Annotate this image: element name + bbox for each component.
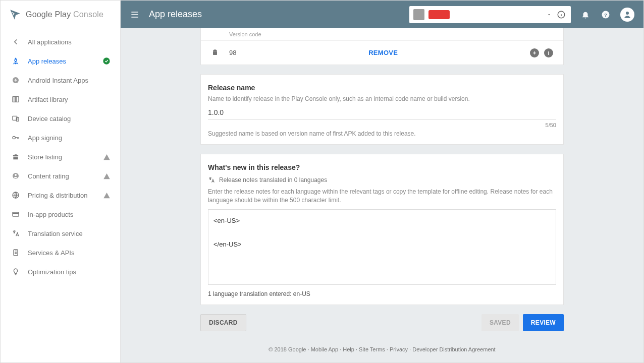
brand-name-2: Console <box>73 10 103 19</box>
credit-card-icon <box>11 209 21 219</box>
footer: © 2018 Google · Mobile App · Help · Site… <box>200 331 564 357</box>
sidebar-item-app-signing[interactable]: App signing <box>1 128 120 147</box>
apk-row: 98 REMOVE i <box>201 40 563 65</box>
key-icon <box>11 133 21 143</box>
svg-point-7 <box>15 174 17 176</box>
arrow-left-icon <box>11 37 21 47</box>
review-button[interactable]: REVIEW <box>523 314 564 331</box>
svg-point-0 <box>103 57 110 64</box>
sidebar: Google Play Console All applications App… <box>1 1 121 362</box>
footer-text: © 2018 Google · Mobile App · Help · Site… <box>269 346 495 352</box>
release-name-input[interactable] <box>208 103 556 120</box>
saved-button: SAVED <box>481 314 519 331</box>
whats-new-subtitle: Enter the release notes for each languag… <box>208 184 556 205</box>
discard-button[interactable]: DISCARD <box>200 314 246 331</box>
sidebar-item-all-applications[interactable]: All applications <box>1 32 120 51</box>
notifications-icon[interactable] <box>580 9 591 20</box>
page-title: App releases <box>149 9 202 20</box>
remove-apk-button[interactable]: REMOVE <box>368 49 398 56</box>
release-name-hint: Suggested name is based on version name … <box>208 128 556 137</box>
whats-new-card: What's new in this release? Release note… <box>200 154 564 306</box>
action-row: DISCARD SAVED REVIEW <box>200 314 564 331</box>
sidebar-item-instant-apps[interactable]: Android Instant Apps <box>1 71 120 90</box>
android-icon <box>211 49 220 57</box>
expand-icon[interactable] <box>530 48 539 57</box>
sidebar-item-label: Translation service <box>28 230 83 237</box>
sidebar-item-store-listing[interactable]: Store listing <box>1 147 120 166</box>
rating-icon <box>11 171 21 181</box>
sidebar-item-label: App signing <box>28 134 62 142</box>
release-name-card: Release name Name to identify release in… <box>200 74 564 145</box>
nav-list: All applications App releases Android In… <box>1 29 120 281</box>
app-icon-chip <box>413 9 424 20</box>
rocket-icon <box>11 56 21 66</box>
translated-count-line: Release notes translated in 0 languages <box>219 176 327 184</box>
version-code-header: Version code <box>229 31 261 37</box>
bolt-icon <box>11 75 21 85</box>
translate-icon <box>208 176 215 184</box>
sidebar-item-inapp-products[interactable]: In-app products <box>1 205 120 224</box>
release-name-title: Release name <box>208 77 556 95</box>
menu-icon[interactable] <box>130 10 140 20</box>
globe-icon <box>11 190 21 200</box>
app-name-redacted <box>428 10 450 19</box>
play-console-logo-icon <box>9 8 22 21</box>
translations-entered-line: 1 language translation entered: en-US <box>208 286 556 297</box>
svg-rect-15 <box>213 51 217 55</box>
svg-rect-9 <box>13 212 19 216</box>
sidebar-item-label: In-app products <box>28 211 73 218</box>
sidebar-item-device-catalog[interactable]: Device catalog <box>1 109 120 128</box>
account-icon[interactable] <box>620 8 634 22</box>
apk-card: Version code 98 REMOVE <box>200 28 564 65</box>
warning-icon <box>102 171 111 180</box>
sidebar-item-app-releases[interactable]: App releases <box>1 51 120 71</box>
library-icon <box>11 94 21 104</box>
topbar: App releases ? <box>121 1 643 28</box>
sidebar-item-label: Store listing <box>28 153 62 161</box>
svg-point-5 <box>13 136 15 139</box>
sidebar-item-translation-service[interactable]: Translation service <box>1 224 120 243</box>
svg-point-14 <box>626 12 629 15</box>
brand-name-1: Google Play <box>26 10 73 19</box>
sidebar-item-content-rating[interactable]: Content rating <box>1 166 120 186</box>
svg-text:?: ? <box>604 12 607 17</box>
sidebar-item-label: All applications <box>28 38 72 46</box>
chevron-down-icon <box>547 12 552 17</box>
whats-new-title: What's new in this release? <box>208 156 556 174</box>
sidebar-item-label: Artifact library <box>28 96 68 103</box>
info-icon[interactable]: i <box>544 48 553 57</box>
brand: Google Play Console <box>1 1 120 29</box>
sidebar-item-label: Device catalog <box>28 115 71 123</box>
sidebar-item-pricing-distribution[interactable]: Pricing & distribution <box>1 186 120 205</box>
devices-icon <box>11 113 21 124</box>
info-icon[interactable] <box>556 9 567 20</box>
sidebar-item-artifact-library[interactable]: Artifact library <box>1 90 120 109</box>
release-name-subtitle: Name to identify release in the Play Con… <box>208 95 556 103</box>
store-icon <box>11 152 21 162</box>
services-icon <box>11 248 21 258</box>
release-notes-textarea[interactable] <box>208 209 556 285</box>
bulb-icon <box>11 267 21 277</box>
sidebar-item-label: Optimization tips <box>28 268 76 276</box>
warning-icon <box>102 152 111 161</box>
app-selector[interactable] <box>409 6 571 23</box>
sidebar-item-label: App releases <box>28 57 66 65</box>
sidebar-item-services-apis[interactable]: Services & APIs <box>1 243 120 262</box>
release-name-counter: 5/50 <box>208 120 556 128</box>
check-circle-icon <box>102 56 111 66</box>
brand-text: Google Play Console <box>26 10 103 19</box>
sidebar-item-label: Content rating <box>28 172 69 180</box>
sidebar-item-label: Android Instant Apps <box>28 77 88 84</box>
translate-icon <box>11 228 21 238</box>
warning-icon <box>102 191 111 200</box>
sidebar-item-optimization-tips[interactable]: Optimization tips <box>1 262 120 281</box>
version-code-value: 98 <box>229 49 236 56</box>
sidebar-item-label: Pricing & distribution <box>28 192 88 199</box>
help-icon[interactable]: ? <box>600 9 611 20</box>
sidebar-item-label: Services & APIs <box>28 249 74 257</box>
